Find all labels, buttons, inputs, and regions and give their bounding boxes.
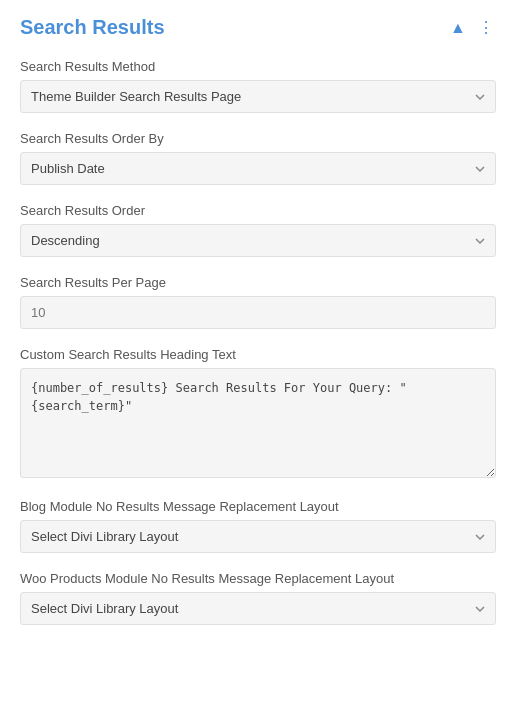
blog-layout-group: Blog Module No Results Message Replaceme… (20, 499, 496, 553)
woo-layout-select[interactable]: Select Divi Library Layout (20, 592, 496, 625)
per-page-group: Search Results Per Page (20, 275, 496, 329)
order-by-label: Search Results Order By (20, 131, 496, 146)
search-results-panel: Search Results ▲ ⋮ Search Results Method… (0, 0, 516, 659)
collapse-icon[interactable]: ▲ (448, 18, 468, 38)
per-page-label: Search Results Per Page (20, 275, 496, 290)
heading-text-textarea[interactable]: {number_of_results} Search Results For Y… (20, 368, 496, 478)
header-actions: ▲ ⋮ (448, 18, 496, 38)
heading-text-group: Custom Search Results Heading Text {numb… (20, 347, 496, 481)
woo-layout-label: Woo Products Module No Results Message R… (20, 571, 496, 586)
woo-layout-group: Woo Products Module No Results Message R… (20, 571, 496, 625)
method-select[interactable]: Theme Builder Search Results Page (20, 80, 496, 113)
order-select[interactable]: Descending (20, 224, 496, 257)
order-by-select[interactable]: Publish Date (20, 152, 496, 185)
blog-layout-select[interactable]: Select Divi Library Layout (20, 520, 496, 553)
per-page-input[interactable] (20, 296, 496, 329)
order-label: Search Results Order (20, 203, 496, 218)
order-group: Search Results Order Descending (20, 203, 496, 257)
panel-title: Search Results (20, 16, 165, 39)
blog-layout-label: Blog Module No Results Message Replaceme… (20, 499, 496, 514)
method-label: Search Results Method (20, 59, 496, 74)
heading-text-label: Custom Search Results Heading Text (20, 347, 496, 362)
panel-header: Search Results ▲ ⋮ (20, 16, 496, 39)
order-by-group: Search Results Order By Publish Date (20, 131, 496, 185)
menu-icon[interactable]: ⋮ (476, 18, 496, 38)
method-group: Search Results Method Theme Builder Sear… (20, 59, 496, 113)
